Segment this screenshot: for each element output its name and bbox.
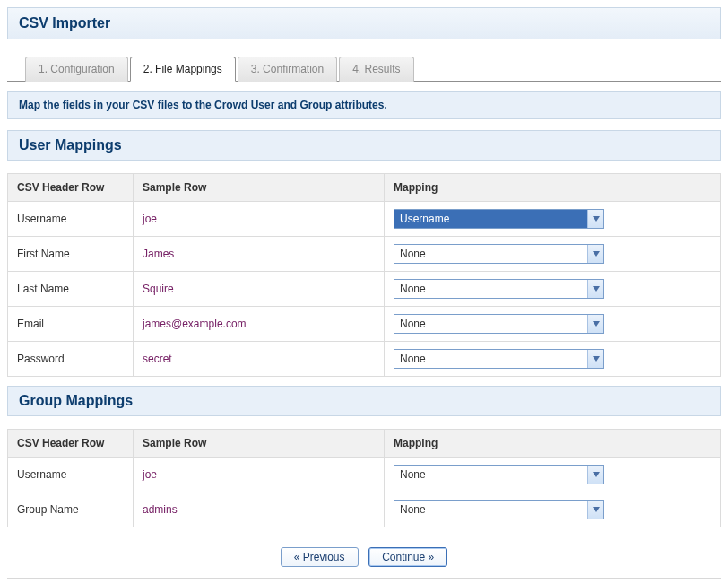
mapping-select-password[interactable]: None [394,349,604,369]
select-value: None [394,315,587,333]
col-mapping: Mapping [385,174,721,202]
sample-cell: joe [134,202,385,237]
csv-header-cell: Email [8,307,134,342]
wizard-buttons: « Previous Continue » [7,536,721,579]
select-value: Username [394,210,587,228]
previous-button[interactable]: « Previous [281,547,359,567]
group-mappings-table: CSV Header Row Sample Row Mapping Userna… [7,429,721,527]
csv-header-cell: Username [8,202,134,237]
sample-cell: secret [134,342,385,377]
csv-header-cell: Last Name [8,272,134,307]
chevron-down-icon [587,466,603,484]
wizard-tabs: 1. Configuration 2. File Mappings 3. Con… [7,56,721,82]
table-row: Last Name Squire None [8,272,721,307]
page-title-bar: CSV Importer [7,7,721,39]
chevron-down-icon [587,245,603,263]
csv-header-cell: Password [8,342,134,377]
col-csv-header: CSV Header Row [8,430,134,458]
chevron-down-icon [587,350,603,368]
chevron-down-icon [587,501,603,519]
mapping-select-firstname[interactable]: None [394,244,604,264]
select-value: None [394,245,587,263]
table-row: First Name James None [8,237,721,272]
col-csv-header: CSV Header Row [8,174,134,202]
chevron-down-icon [587,210,603,228]
tab-results[interactable]: 4. Results [339,57,413,82]
table-row: Password secret None [8,342,721,377]
user-mappings-heading: User Mappings [7,130,721,161]
table-row: Email james@example.com None [8,307,721,342]
mapping-select-group-username[interactable]: None [394,465,604,484]
sample-cell: James [134,237,385,272]
select-value: None [394,501,587,519]
group-mappings-heading: Group Mappings [7,386,721,416]
mapping-select-email[interactable]: None [394,314,604,334]
tab-file-mappings[interactable]: 2. File Mappings [130,57,236,82]
csv-header-cell: Username [8,458,134,492]
mapping-select-lastname[interactable]: None [394,279,604,299]
table-row: Username joe None [8,458,721,492]
select-value: None [394,280,587,298]
mapping-select-group-name[interactable]: None [394,500,604,519]
sample-cell: admins [134,492,385,527]
tab-configuration[interactable]: 1. Configuration [25,57,128,82]
sample-cell: james@example.com [134,307,385,342]
col-sample-row: Sample Row [134,430,385,458]
table-row: Group Name admins None [8,492,721,527]
select-value: None [394,466,587,484]
sample-cell: joe [134,458,385,492]
chevron-down-icon [587,280,603,298]
instruction-text: Map the fields in your CSV files to the … [7,91,721,119]
col-mapping: Mapping [385,430,721,458]
user-mappings-table: CSV Header Row Sample Row Mapping Userna… [7,173,721,377]
chevron-down-icon [587,315,603,333]
continue-button[interactable]: Continue » [368,547,447,567]
page-title: CSV Importer [19,15,110,31]
col-sample-row: Sample Row [134,174,385,202]
csv-header-cell: First Name [8,237,134,272]
sample-cell: Squire [134,272,385,307]
select-value: None [394,350,587,368]
table-row: Username joe Username [8,202,721,237]
csv-header-cell: Group Name [8,492,134,527]
mapping-select-username[interactable]: Username [394,209,604,229]
tab-confirmation[interactable]: 3. Confirmation [238,57,337,82]
